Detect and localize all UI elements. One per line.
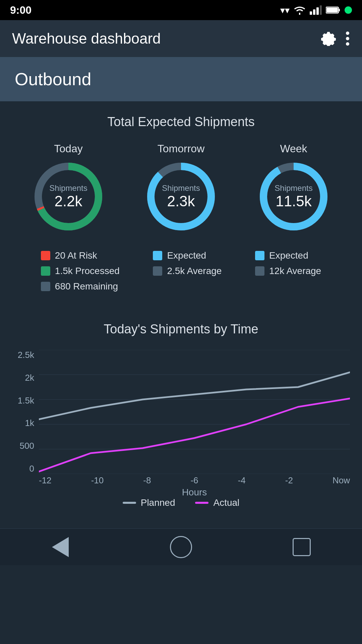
- svg-rect-0: [310, 11, 312, 15]
- today-label: Today: [54, 143, 82, 155]
- today-chart: Shipments 2.2k: [32, 160, 105, 233]
- x-label-neg10: -10: [91, 475, 104, 486]
- svg-point-7: [346, 32, 349, 35]
- app-bar: Warehouse dashboard: [0, 20, 362, 57]
- y-label-1000: 1k: [25, 418, 34, 428]
- at-risk-label: 20 At Risk: [55, 250, 97, 261]
- legend-at-risk: 20 At Risk: [41, 250, 120, 261]
- status-bar: 9:00 ▾▾: [0, 0, 362, 20]
- week-center-value: 11.5k: [276, 193, 312, 209]
- x-axis: -12 -10 -8 -6 -4 -2 Now Hours: [39, 474, 350, 491]
- y-label-2500: 2.5k: [18, 350, 34, 360]
- legend-tomorrow-average: 2.5k Average: [153, 266, 222, 276]
- status-icons: ▾▾: [280, 5, 352, 16]
- donut-row: Today Shipments 2.2k: [12, 143, 350, 233]
- legend-week-expected: Expected: [255, 250, 321, 261]
- wifi-icon: ▾▾: [280, 5, 290, 16]
- bottom-nav: [0, 528, 362, 565]
- x-axis-title: Hours: [39, 487, 350, 498]
- x-label-neg8: -8: [143, 475, 151, 486]
- chart-legend: Planned Actual: [12, 497, 350, 508]
- week-label: Week: [280, 143, 307, 155]
- recents-button[interactable]: [288, 534, 315, 560]
- status-time: 9:00: [10, 4, 32, 16]
- svg-rect-3: [320, 5, 322, 15]
- tomorrow-label: Tomorrow: [158, 143, 204, 155]
- tomorrow-expected-label: Expected: [167, 250, 206, 261]
- y-axis: 2.5k 2k 1.5k 1k 500 0: [12, 350, 39, 474]
- processed-label: 1.5k Processed: [55, 266, 120, 276]
- time-chart-title: Today's Shipments by Time: [12, 322, 350, 336]
- section-title: Outbound: [15, 69, 91, 89]
- week-expected-label: Expected: [269, 250, 308, 261]
- planned-line: [123, 502, 136, 504]
- tomorrow-center-label: Shipments: [162, 183, 200, 193]
- app-title: Warehouse dashboard: [12, 30, 161, 47]
- y-label-0: 0: [29, 464, 34, 474]
- tomorrow-expected-dot: [153, 251, 162, 260]
- processed-dot: [41, 266, 50, 276]
- settings-button[interactable]: [321, 31, 336, 46]
- y-label-1500: 1.5k: [18, 395, 34, 406]
- chart-canvas: [39, 350, 350, 474]
- actual-label: Actual: [213, 497, 239, 508]
- legend-col-tomorrow: Expected 2.5k Average: [153, 250, 222, 292]
- week-donut: Week Shipments 11.5k: [243, 143, 344, 233]
- week-center-label: Shipments: [275, 183, 312, 193]
- legend-remaining: 680 Remaining: [41, 281, 120, 292]
- x-label-now: Now: [333, 475, 350, 486]
- week-chart: Shipments 11.5k: [257, 160, 330, 233]
- legend-processed: 1.5k Processed: [41, 266, 120, 276]
- more-button[interactable]: [345, 31, 350, 46]
- legend-section: 20 At Risk 1.5k Processed 680 Remaining …: [12, 247, 350, 302]
- svg-point-8: [346, 37, 349, 40]
- gear-icon: [321, 31, 336, 46]
- today-donut: Today Shipments 2.2k: [18, 143, 119, 233]
- main-content: Total Expected Shipments Today: [0, 101, 362, 528]
- back-button[interactable]: [47, 534, 74, 560]
- remaining-dot: [41, 282, 50, 291]
- legend-week-average: 12k Average: [255, 266, 321, 276]
- x-label-neg2: -2: [285, 475, 293, 486]
- week-average-dot: [255, 266, 264, 276]
- more-icon: [345, 31, 350, 46]
- svg-rect-6: [326, 8, 338, 12]
- wifi-icon: [294, 5, 306, 15]
- actual-line: [195, 502, 208, 504]
- tomorrow-average-label: 2.5k Average: [167, 266, 222, 276]
- today-center-value: 2.2k: [54, 193, 82, 209]
- x-labels: -12 -10 -8 -6 -4 -2 Now: [39, 474, 350, 487]
- recents-icon: [293, 538, 311, 556]
- battery-icon: [326, 6, 341, 14]
- week-expected-dot: [255, 251, 264, 260]
- chart-area: 2.5k 2k 1.5k 1k 500 0: [12, 350, 350, 491]
- tomorrow-center: Shipments 2.3k: [162, 183, 200, 210]
- time-chart-section: Today's Shipments by Time 2.5k 2k 1.5k 1…: [0, 309, 362, 515]
- legend-col-today: 20 At Risk 1.5k Processed 680 Remaining: [41, 250, 120, 292]
- home-icon: [170, 536, 192, 558]
- svg-rect-1: [313, 9, 315, 15]
- legend-actual: Actual: [195, 497, 239, 508]
- x-label-neg4: -4: [238, 475, 246, 486]
- tomorrow-donut: Tomorrow Shipments 2.3k: [131, 143, 231, 233]
- week-average-label: 12k Average: [269, 266, 321, 276]
- home-button[interactable]: [168, 534, 194, 560]
- back-icon: [52, 537, 69, 557]
- total-shipments-title: Total Expected Shipments: [12, 115, 350, 129]
- svg-point-9: [346, 42, 349, 46]
- tomorrow-chart: Shipments 2.3k: [144, 160, 218, 233]
- legend-planned: Planned: [123, 497, 175, 508]
- week-center: Shipments 11.5k: [275, 183, 312, 210]
- tomorrow-average-dot: [153, 266, 162, 276]
- planned-label: Planned: [141, 497, 175, 508]
- y-label-500: 500: [20, 441, 34, 451]
- legend-col-week: Expected 12k Average: [255, 250, 321, 292]
- tomorrow-center-value: 2.3k: [167, 193, 195, 209]
- svg-rect-2: [316, 7, 319, 15]
- section-header: Outbound: [0, 57, 362, 101]
- x-label-neg12: -12: [39, 475, 52, 486]
- app-bar-actions: [321, 31, 350, 46]
- signal-icon: [310, 5, 322, 15]
- online-indicator: [345, 6, 352, 14]
- today-center-label: Shipments: [49, 183, 87, 193]
